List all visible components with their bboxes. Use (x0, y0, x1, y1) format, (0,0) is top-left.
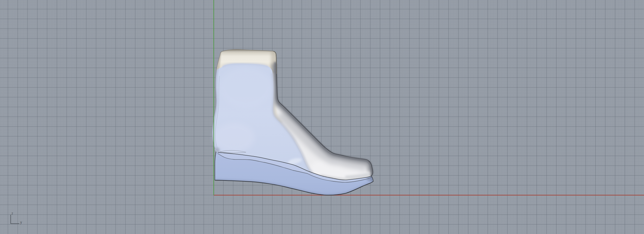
svg-text:z: z (11, 211, 13, 216)
svg-text:y: y (20, 220, 22, 224)
